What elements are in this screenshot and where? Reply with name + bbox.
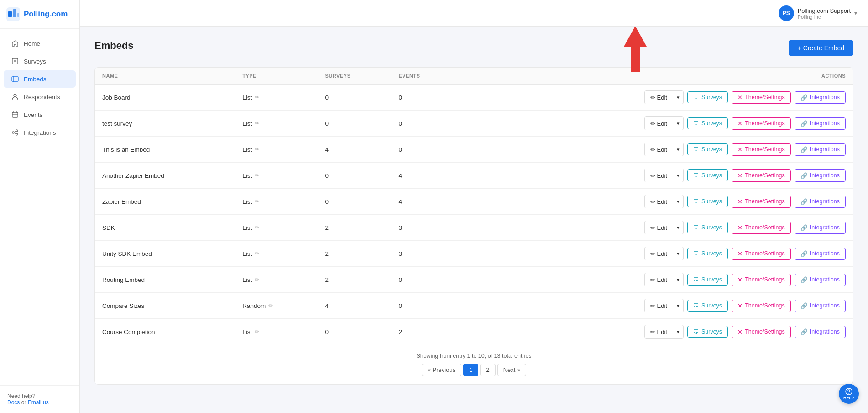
type-edit-icon[interactable]: ✏ (255, 172, 259, 179)
integrations-button[interactable]: 🔗 Integrations (795, 169, 846, 182)
theme-settings-button[interactable]: ✕ Theme/Settings (732, 91, 791, 104)
type-edit-icon[interactable]: ✏ (268, 302, 273, 309)
theme-settings-button[interactable]: ✕ Theme/Settings (732, 274, 791, 286)
cell-name: Course Completion (95, 319, 235, 345)
surveys-icon (11, 57, 19, 65)
edit-button[interactable]: ✏ Edit (645, 300, 673, 312)
theme-settings-button[interactable]: ✕ Theme/Settings (732, 143, 791, 156)
type-edit-icon[interactable]: ✏ (255, 328, 259, 335)
svg-point-16 (16, 133, 18, 135)
sidebar-label-home: Home (24, 40, 40, 47)
edit-dropdown-button[interactable]: ▾ (673, 144, 683, 155)
theme-settings-button[interactable]: ✕ Theme/Settings (732, 169, 791, 182)
theme-settings-button[interactable]: ✕ Theme/Settings (732, 222, 791, 234)
cell-name: Compare Sizes (95, 293, 235, 319)
actions-cell: ✏ Edit ▾ 🗨 Surveys ✕ Theme/Settings 🔗 In… (457, 85, 853, 111)
page-title: Embeds (94, 40, 134, 52)
edit-dropdown-button[interactable]: ▾ (673, 248, 683, 259)
integrations-button[interactable]: 🔗 Integrations (795, 143, 846, 156)
edit-dropdown-button[interactable]: ▾ (673, 274, 683, 286)
cell-name: SDK (95, 215, 235, 241)
email-link[interactable]: Email us (28, 399, 49, 406)
edit-dropdown-button[interactable]: ▾ (673, 300, 683, 312)
surveys-button[interactable]: 🗨 Surveys (687, 169, 728, 181)
theme-settings-button[interactable]: ✕ Theme/Settings (732, 196, 791, 208)
user-menu[interactable]: PS Polling.com Support Polling Inc ▾ (779, 5, 857, 21)
edit-dropdown-button[interactable]: ▾ (673, 92, 683, 103)
type-edit-icon[interactable]: ✏ (255, 224, 259, 231)
type-edit-icon[interactable]: ✏ (255, 250, 259, 257)
theme-btn-icon: ✕ (737, 224, 743, 231)
edit-button[interactable]: ✏ Edit (645, 222, 673, 234)
type-edit-icon[interactable]: ✏ (255, 146, 259, 153)
next-page-button[interactable]: Next » (497, 364, 527, 376)
cell-events: 2 (391, 319, 457, 345)
edit-button[interactable]: ✏ Edit (645, 91, 673, 104)
edit-dropdown-button[interactable]: ▾ (673, 222, 683, 233)
surveys-button[interactable]: 🗨 Surveys (687, 300, 728, 312)
edit-button-group: ✏ Edit ▾ (644, 247, 684, 260)
integrations-button[interactable]: 🔗 Integrations (795, 117, 846, 130)
surveys-button[interactable]: 🗨 Surveys (687, 91, 728, 103)
theme-btn-icon: ✕ (737, 94, 743, 101)
docs-link[interactable]: Docs (7, 399, 20, 406)
page-1-button[interactable]: 1 (463, 364, 478, 376)
sidebar-item-home[interactable]: Home (4, 35, 76, 52)
theme-settings-button[interactable]: ✕ Theme/Settings (732, 326, 791, 338)
theme-settings-button[interactable]: ✕ Theme/Settings (732, 248, 791, 260)
integrations-button[interactable]: 🔗 Integrations (795, 91, 846, 104)
edit-button[interactable]: ✏ Edit (645, 143, 673, 156)
surveys-button[interactable]: 🗨 Surveys (687, 222, 728, 233)
type-edit-icon[interactable]: ✏ (255, 198, 259, 205)
surveys-button[interactable]: 🗨 Surveys (687, 117, 728, 129)
edit-dropdown-button[interactable]: ▾ (673, 118, 683, 129)
previous-page-button[interactable]: « Previous (422, 364, 461, 376)
edit-button[interactable]: ✏ Edit (645, 326, 673, 338)
cell-surveys: 4 (318, 293, 392, 319)
svg-rect-7 (12, 77, 18, 81)
surveys-btn-icon: 🗨 (693, 276, 699, 283)
edit-dropdown-button[interactable]: ▾ (673, 170, 683, 181)
help-button[interactable]: HELP (839, 384, 859, 404)
surveys-button[interactable]: 🗨 Surveys (687, 248, 728, 259)
theme-settings-button[interactable]: ✕ Theme/Settings (732, 300, 791, 312)
type-edit-icon[interactable]: ✏ (255, 276, 259, 283)
home-icon (11, 39, 19, 48)
edit-dropdown-button[interactable]: ▾ (673, 196, 683, 207)
sidebar-item-surveys[interactable]: Surveys (4, 53, 76, 70)
cell-events: 4 (391, 163, 457, 189)
edit-button[interactable]: ✏ Edit (645, 274, 673, 286)
integrations-button[interactable]: 🔗 Integrations (795, 222, 846, 234)
sidebar: Polling.com Home Surveys Embeds Responde… (0, 0, 80, 413)
sidebar-item-respondents[interactable]: Respondents (4, 88, 76, 106)
surveys-btn-icon: 🗨 (693, 172, 699, 179)
cell-type: List ✏ (235, 319, 318, 345)
surveys-button[interactable]: 🗨 Surveys (687, 326, 728, 338)
edit-button[interactable]: ✏ Edit (645, 196, 673, 208)
edit-button-group: ✏ Edit ▾ (644, 116, 684, 130)
theme-settings-button[interactable]: ✕ Theme/Settings (732, 117, 791, 130)
integrations-button[interactable]: 🔗 Integrations (795, 300, 846, 312)
integrations-button[interactable]: 🔗 Integrations (795, 196, 846, 208)
type-edit-icon[interactable]: ✏ (255, 94, 259, 101)
cell-type: List ✏ (235, 241, 318, 267)
integrations-button[interactable]: 🔗 Integrations (795, 274, 846, 286)
cell-type: List ✏ (235, 85, 318, 111)
integrations-button[interactable]: 🔗 Integrations (795, 326, 846, 338)
table-row: Job Board List ✏ 0 0 ✏ Edit ▾ (95, 85, 853, 111)
create-embed-button[interactable]: + Create Embed (789, 40, 853, 56)
edit-button[interactable]: ✏ Edit (645, 248, 673, 260)
surveys-button[interactable]: 🗨 Surveys (687, 143, 728, 155)
edit-button[interactable]: ✏ Edit (645, 117, 673, 130)
sidebar-item-integrations[interactable]: Integrations (4, 124, 76, 141)
cell-surveys: 2 (318, 241, 392, 267)
type-edit-icon[interactable]: ✏ (255, 120, 259, 127)
edit-button[interactable]: ✏ Edit (645, 169, 673, 182)
sidebar-item-embeds[interactable]: Embeds (4, 70, 76, 88)
page-2-button[interactable]: 2 (480, 364, 495, 376)
surveys-button[interactable]: 🗨 Surveys (687, 196, 728, 207)
edit-dropdown-button[interactable]: ▾ (673, 326, 683, 338)
surveys-button[interactable]: 🗨 Surveys (687, 274, 728, 286)
integrations-button[interactable]: 🔗 Integrations (795, 248, 846, 260)
sidebar-item-events[interactable]: Events (4, 106, 76, 123)
